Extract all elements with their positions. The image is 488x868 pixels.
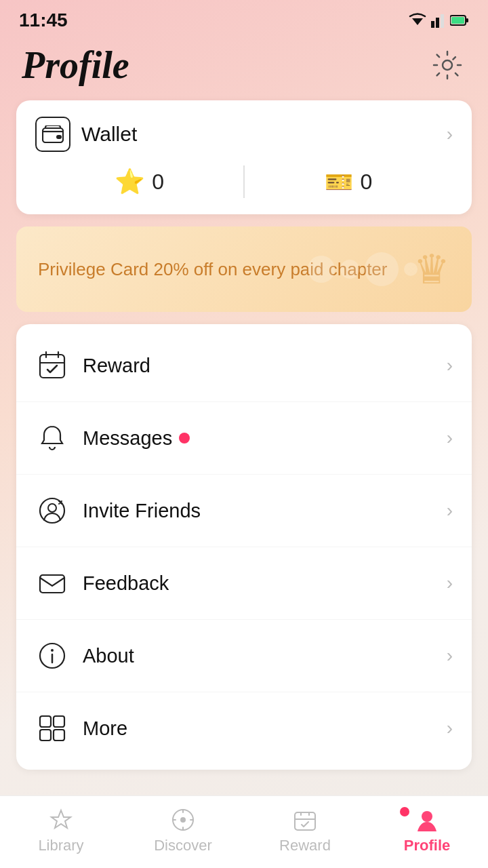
wallet-card[interactable]: Wallet › ⭐ 0 🎫 0 — [16, 100, 472, 214]
svg-point-23 — [422, 811, 432, 822]
menu-item-more-left: More — [35, 711, 127, 745]
svg-rect-2 — [436, 18, 439, 28]
reward-nav-icon — [292, 807, 318, 833]
status-icons — [408, 13, 469, 28]
menu-item-feedback-left: Feedback — [35, 566, 169, 600]
feedback-icon — [35, 566, 69, 600]
coins-count: 0 — [152, 170, 164, 195]
svg-rect-3 — [441, 14, 444, 28]
status-bar: 11:45 — [0, 0, 488, 37]
privilege-bubbles — [308, 226, 418, 312]
menu-item-feedback[interactable]: Feedback › — [16, 547, 472, 620]
library-nav-label: Library — [38, 837, 83, 854]
wallet-balance: ⭐ 0 🎫 0 — [35, 165, 453, 198]
profile-svg — [414, 807, 440, 833]
wifi-icon — [408, 13, 427, 28]
bubble2 — [340, 260, 359, 279]
feedback-label: Feedback — [83, 572, 169, 595]
menu-item-reward-left: Reward — [35, 349, 150, 382]
envelope-svg — [37, 568, 67, 598]
nav-item-profile[interactable]: Profile — [366, 807, 488, 854]
about-label: About — [83, 645, 134, 667]
about-icon — [35, 639, 69, 673]
svg-point-7 — [443, 60, 452, 70]
status-time: 11:45 — [19, 9, 68, 31]
library-nav-icon — [48, 807, 74, 833]
svg-rect-6 — [451, 17, 464, 24]
nav-item-reward[interactable]: Reward — [244, 807, 366, 854]
tickets-count: 0 — [360, 170, 372, 195]
invite-svg — [37, 496, 67, 526]
messages-notification-dot — [179, 433, 190, 443]
menu-item-messages-left: Messages — [35, 421, 190, 455]
reward-chevron: › — [447, 355, 453, 376]
battery-icon — [450, 14, 469, 26]
svg-rect-17 — [54, 716, 64, 727]
invite-chevron: › — [447, 500, 453, 521]
discover-svg — [170, 807, 196, 833]
svg-rect-22 — [295, 812, 315, 830]
bubble1 — [308, 256, 335, 283]
svg-marker-0 — [412, 18, 423, 25]
svg-rect-18 — [40, 730, 51, 741]
profile-notification-dot — [400, 807, 409, 816]
bubble3 — [365, 252, 399, 286]
svg-point-12 — [48, 504, 56, 512]
svg-point-15 — [51, 649, 54, 652]
svg-rect-1 — [431, 21, 434, 28]
more-icon — [35, 711, 69, 745]
invite-icon — [35, 494, 69, 528]
svg-rect-10 — [40, 355, 64, 378]
svg-rect-16 — [40, 716, 51, 727]
feedback-chevron: › — [447, 572, 453, 594]
menu-item-about-left: About — [35, 639, 134, 673]
invite-label: Invite Friends — [83, 500, 201, 522]
bell-svg — [37, 423, 67, 453]
svg-rect-13 — [40, 575, 64, 593]
more-chevron: › — [447, 717, 453, 739]
page-title: Profile — [22, 43, 129, 87]
wallet-title: Wallet — [81, 123, 137, 146]
nav-item-discover[interactable]: Discover — [122, 807, 244, 854]
messages-icon — [35, 421, 69, 455]
bottom-nav: Library Discover Reward — [0, 795, 488, 868]
svg-rect-19 — [54, 730, 64, 741]
profile-nav-icon — [414, 807, 440, 833]
more-label: More — [83, 717, 127, 740]
messages-label: Messages — [83, 427, 190, 450]
discover-nav-icon — [170, 807, 196, 833]
gear-icon — [432, 50, 463, 81]
coin-icon: ⭐ — [115, 167, 145, 196]
wallet-icon — [35, 117, 70, 152]
wallet-svg — [42, 125, 64, 143]
menu-item-about[interactable]: About › — [16, 620, 472, 692]
about-chevron: › — [447, 645, 453, 667]
menu-item-more[interactable]: More › — [16, 692, 472, 764]
reward-label: Reward — [83, 355, 150, 377]
menu-card: Reward › Messages › — [16, 324, 472, 770]
main-content: Wallet › ⭐ 0 🎫 0 Privilege Card 20% off … — [0, 100, 488, 863]
svg-rect-5 — [466, 18, 469, 22]
signal-icon — [431, 13, 446, 28]
menu-item-invite-left: Invite Friends — [35, 494, 201, 528]
nav-item-library[interactable]: Library — [0, 807, 122, 854]
reward-nav-label: Reward — [279, 837, 331, 854]
messages-chevron: › — [447, 427, 453, 449]
settings-button[interactable] — [428, 46, 466, 84]
ticket-icon: 🎫 — [325, 168, 353, 195]
svg-point-21 — [180, 817, 186, 823]
page-header: Profile — [0, 37, 488, 100]
reward-nav-svg — [292, 807, 318, 833]
svg-rect-9 — [56, 135, 62, 139]
reward-svg — [37, 351, 67, 380]
wallet-header: Wallet › — [35, 117, 453, 152]
privilege-banner[interactable]: Privilege Card 20% off on every paid cha… — [16, 226, 472, 312]
reward-icon — [35, 349, 69, 382]
menu-item-reward[interactable]: Reward › — [16, 330, 472, 402]
menu-item-messages[interactable]: Messages › — [16, 402, 472, 475]
coins-balance: ⭐ 0 — [35, 167, 243, 196]
wallet-left: Wallet — [35, 117, 137, 152]
profile-nav-label: Profile — [404, 837, 450, 854]
menu-item-invite[interactable]: Invite Friends › — [16, 475, 472, 547]
discover-nav-label: Discover — [154, 837, 212, 854]
